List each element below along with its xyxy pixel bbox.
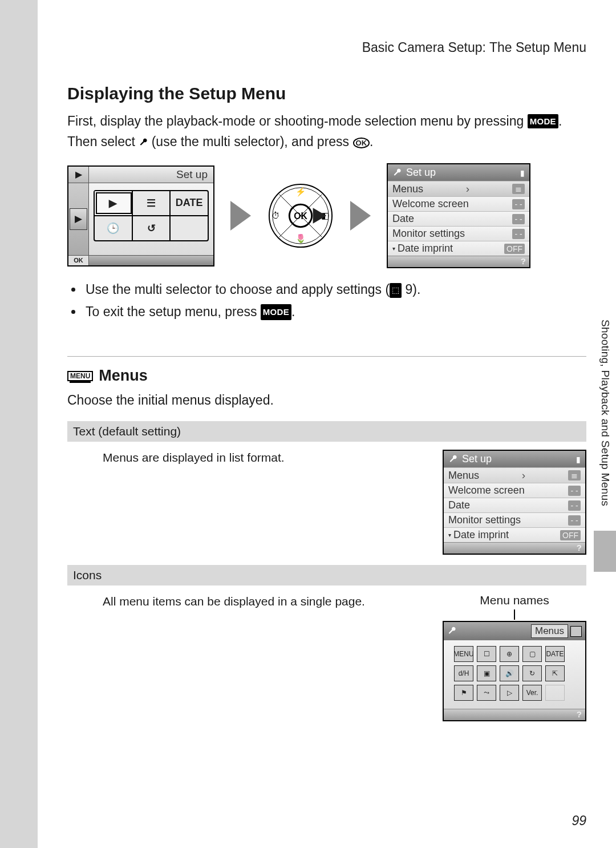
menu-row-value: OFF [560,530,581,540]
menu-row-menus: Menus › ≣ [444,467,585,483]
menu-row-label: Menus [392,183,423,195]
menu-row-monitor: Monitor settings - - [444,512,585,527]
wrench-icon [447,627,456,636]
chevron-right-icon: › [517,469,530,482]
icon-cell: ⊕ [500,646,519,662]
side-thumb-tab [594,531,616,572]
instruction-bullets: Use the multi selector to choose and app… [83,278,586,323]
lcd-setup-list: Set up ▮ Menus › ≣ Welcome screen - - Da… [387,163,530,268]
menu-row-value: - - [512,214,525,224]
grid-cell-reset: ↺ [133,216,171,240]
grid-cell-empty [171,216,208,240]
svg-text:⚡: ⚡ [295,187,306,197]
lcd3-title-icon [570,626,582,637]
intro-text-1: First, display the playback-mode or shoo… [67,114,528,128]
ok-button-inline: OK [353,138,370,148]
icon-cell: ▷ [500,685,519,701]
page-header-breadcrumb: Basic Camera Setup: The Setup Menu [67,40,586,55]
svg-text:⏱: ⏱ [271,211,280,220]
menu-row-value: - - [568,486,581,496]
side-section-label: Shooting, Playback and Setup Menus [599,320,611,506]
menu-row-label: Date imprint [398,243,453,255]
chevron-right-icon: › [461,183,474,195]
menu-row-label: Welcome screen [392,198,469,210]
icon-cell: d/H [454,665,473,681]
mode-button-label-inline: MODE [528,114,558,128]
section-divider [67,356,586,357]
menus-description: Choose the initial menus displayed. [67,390,586,411]
help-indicator: ? [388,256,529,267]
menu-badge-icon: MENU [67,371,93,381]
wrench-icon [392,168,402,177]
heading-menus: MENU Menus [67,367,586,385]
lcd-mode-select: ▶ Set up ▶ ▶ ☰ DATE 🕒 [67,165,214,266]
mode-button-label-inline: MODE [261,304,291,320]
option-icons-desc: All menu items can be displayed in a sin… [103,593,425,608]
icon-cell: ⇱ [545,665,565,681]
lcd3-title: Menus [531,624,568,638]
playback-tab-icon: ▶ [68,167,89,183]
icon-cell: DATE [545,646,565,662]
option-text-header: Text (default setting) [67,421,586,442]
grid-cell-date: DATE [171,191,208,215]
lcd-setup-list-example: Set up ▮ Menus › ≣ Welcome screen - - Da… [443,450,586,555]
menu-row-value-icon: ≣ [512,184,525,194]
icon-cell: ▣ [477,665,496,681]
menu-row-value-icon: ≣ [568,470,581,480]
menu-names-callout: Menu names [443,593,586,607]
wrench-icon [139,138,148,147]
scroll-down-dot-icon: ▾ [392,245,395,252]
lcd2-title: Set up [406,167,436,179]
menu-row-label: Date [392,213,414,225]
icon-cell: Ver. [522,685,542,701]
wrench-icon [448,455,457,464]
icon-cell: ⚑ [454,685,473,701]
bullet-2: To exit the setup menu, press MODE. [83,301,586,323]
scroll-down-dot-icon: ▾ [448,532,451,538]
menu-row-date: Date - - [444,498,585,512]
multi-selector-diagram: OK ⚡ 🌷 ⏱ ◧ [267,182,334,249]
svg-text:🌷: 🌷 [295,234,306,244]
menu-row-value: - - [512,229,525,239]
icon-cell: ▢ [522,646,542,662]
callout-pointer [514,609,515,620]
menu-row-label: Date [448,499,470,511]
icon-cell: ☐ [477,646,496,662]
icon-cell: MENU [454,646,473,662]
help-indicator: ? [444,542,585,554]
icon-cell: ↻ [522,665,542,681]
figure-row: ▶ Set up ▶ ▶ ☰ DATE 🕒 [67,163,586,268]
menu-row-value: OFF [504,244,525,254]
menu-row-date-imprint: ▾ Date imprint OFF [388,241,529,256]
menu-row-label: Welcome screen [448,484,525,496]
scroll-indicator-icon: ▮ [520,168,525,177]
menu-row-welcome: Welcome screen - - [444,483,585,498]
arrow-right-icon [350,201,371,231]
menu-row-label: Monitor settings [448,514,521,526]
bullet-1: Use the multi selector to choose and app… [83,278,586,301]
menu-row-label: Date imprint [453,529,509,541]
manual-ref-icon: ⬚ [390,283,402,298]
grid-cell-list: ☰ [133,191,171,215]
menu-row-label: Monitor settings [392,228,465,240]
menu-row-value: - - [512,199,525,209]
menu-row-value: - - [568,515,581,526]
menu-row-welcome: Welcome screen - - [388,196,529,211]
menu-row-label: Menus [448,470,479,482]
icon-cell: ⤳ [477,685,496,701]
side-playback-icon: ▶ [70,208,87,230]
intro-text-4: . [370,134,373,149]
option-text-desc: Menus are displayed in list format. [103,450,425,465]
menu-row-date-imprint: ▾ Date imprint OFF [444,527,585,542]
heading-displaying-setup-menu: Displaying the Setup Menu [67,84,586,103]
lcd2-title: Set up [462,453,492,465]
lcd-setup-icons: Menus MENU ☐ ⊕ ▢ DATE d/H [443,621,586,721]
grid-cell-time: 🕒 [95,216,133,240]
menu-row-menus: Menus › ≣ [388,181,529,196]
intro-text-3: (use the multi selector), and press [148,134,352,149]
grid-cell-playback: ▶ [95,191,133,215]
menu-row-value: - - [568,500,581,511]
icon-cell-empty [545,685,565,701]
lcd1-title: Set up [89,167,213,183]
option-icons-header: Icons [67,565,586,585]
